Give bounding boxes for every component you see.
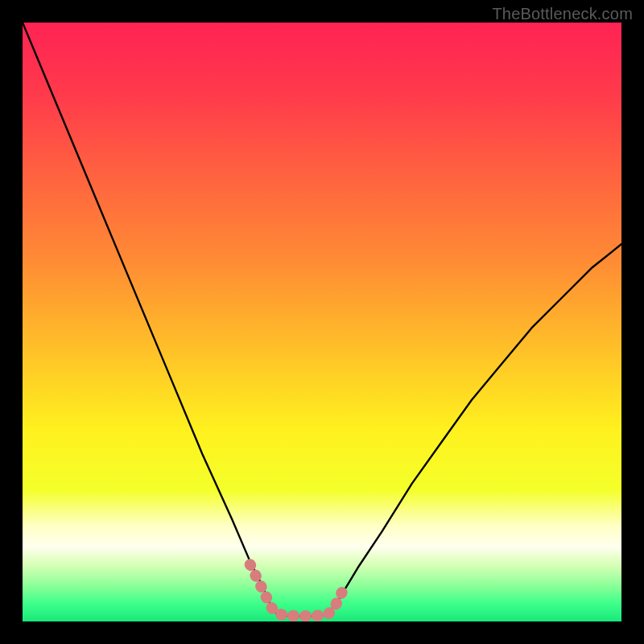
watermark-text: TheBottleneck.com xyxy=(492,5,633,23)
plot-svg xyxy=(23,23,621,621)
plot-area xyxy=(23,23,621,621)
gradient-background xyxy=(23,23,621,621)
chart-frame: TheBottleneck.com xyxy=(0,0,644,644)
